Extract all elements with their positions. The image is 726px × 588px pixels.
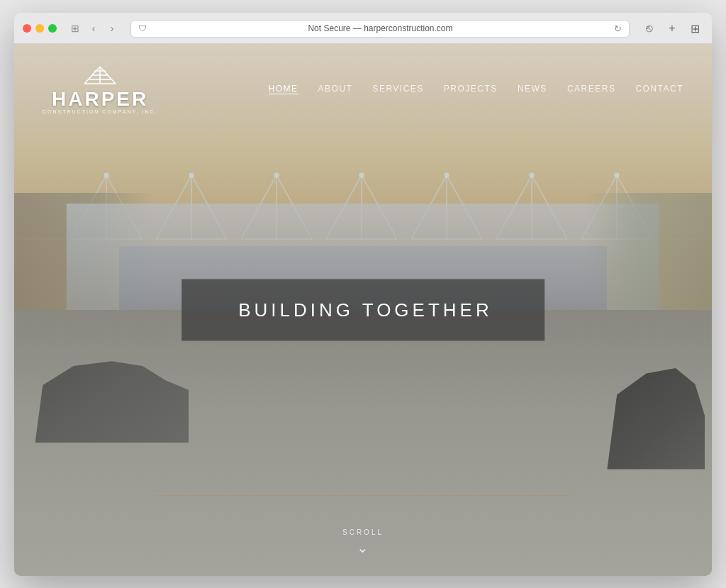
reload-icon: ↻ (614, 23, 622, 34)
svg-point-14 (274, 173, 279, 177)
address-bar[interactable]: 🛡 Not Secure — harperconstruction.com ↻ (130, 20, 630, 38)
site-navigation: HARPER CONSTRUCTION COMPANY, INC. HOME A… (14, 44, 712, 134)
svg-point-19 (359, 173, 364, 177)
logo-icon (81, 64, 120, 88)
nav-careers[interactable]: CAREERS (567, 84, 616, 94)
nav-services[interactable]: SERVICES (372, 84, 423, 94)
back-button[interactable]: ‹ (86, 21, 101, 35)
traffic-lights (23, 24, 57, 33)
forward-button[interactable]: › (105, 21, 119, 35)
hero-overlay: BUILDING TOGETHER (182, 279, 544, 340)
nav-contact[interactable]: CONTACT (635, 84, 683, 94)
new-tab-button[interactable]: + (664, 20, 681, 37)
share-button[interactable]: ⎋ (641, 20, 658, 37)
browser-navigation: ⊞ ‹ › (68, 21, 119, 35)
logo-name: HARPER (52, 89, 148, 109)
ground-markings (154, 495, 572, 496)
browser-window: ⊞ ‹ › 🛡 Not Secure — harperconstruction.… (14, 13, 712, 576)
svg-point-9 (189, 173, 194, 177)
svg-point-24 (445, 173, 449, 177)
svg-point-34 (615, 173, 619, 177)
nav-projects[interactable]: PROJECTS (444, 84, 498, 94)
browser-actions: ⎋ + ⊞ (641, 20, 703, 37)
window-controls-icon[interactable]: ⊞ (68, 21, 82, 35)
security-icon: 🛡 (138, 23, 147, 33)
nav-about[interactable]: ABOUT (318, 84, 353, 94)
logo-subtitle: CONSTRUCTION COMPANY, INC. (43, 109, 157, 114)
minimize-button[interactable] (35, 24, 44, 33)
nav-home[interactable]: HOME (269, 84, 298, 94)
svg-point-4 (104, 173, 108, 177)
website-content: HARPER CONSTRUCTION COMPANY, INC. HOME A… (14, 44, 712, 576)
browser-chrome: ⊞ ‹ › 🛡 Not Secure — harperconstruction.… (14, 13, 712, 44)
svg-point-29 (530, 173, 534, 177)
scroll-label: SCROLL (342, 528, 384, 536)
url-display: Not Secure — harperconstruction.com (152, 23, 608, 33)
site-logo[interactable]: HARPER CONSTRUCTION COMPANY, INC. (43, 64, 157, 114)
fullscreen-button[interactable] (48, 24, 57, 33)
nav-news[interactable]: NEWS (518, 84, 547, 94)
scroll-chevron-icon: ⌄ (357, 540, 369, 555)
hero-title: BUILDING TOGETHER (238, 299, 488, 321)
tab-overview-button[interactable]: ⊞ (686, 20, 703, 37)
close-button[interactable] (23, 24, 31, 33)
nav-links: HOME ABOUT SERVICES PROJECTS NEWS CAREER… (269, 84, 683, 94)
scroll-indicator[interactable]: SCROLL ⌄ (342, 528, 384, 555)
